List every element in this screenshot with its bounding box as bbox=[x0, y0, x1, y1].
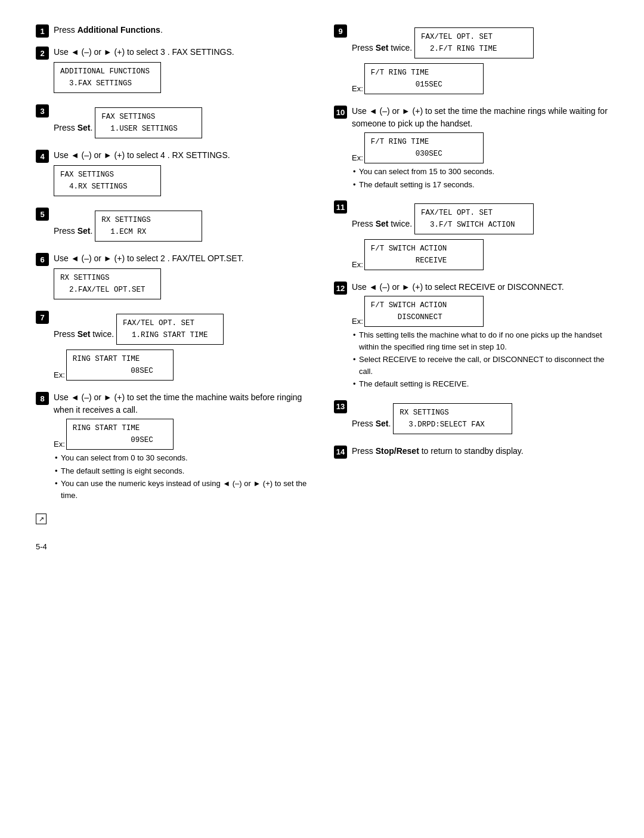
bullet-10-2: The default setting is 17 seconds. bbox=[353, 179, 608, 191]
step-5: 5 Press Set. RX SETTINGS 1.ECM RX bbox=[36, 207, 310, 244]
step-14-bold: Stop/Reset bbox=[376, 446, 419, 456]
step-num-3: 3 bbox=[36, 104, 49, 117]
step-8: 8 Use ◄ (–) or ► (+) to set the time the… bbox=[36, 391, 310, 502]
step-11-ex-lcd: F/T SWITCH ACTION RECEIVE bbox=[364, 239, 484, 270]
bullet-12-1: This setting tells the machine what to d… bbox=[353, 329, 608, 352]
bullet-8-2: The default setting is eight seconds. bbox=[55, 465, 310, 477]
step-num-2: 2 bbox=[36, 47, 49, 60]
step-7-ex-row: Ex: RING START TIME 08SEC bbox=[54, 350, 310, 381]
step-8-ex-lcd: RING START TIME 09SEC bbox=[66, 419, 174, 450]
step-9-ex-label: Ex: bbox=[352, 83, 363, 95]
footnote: ↗ bbox=[36, 513, 310, 524]
step-11-lcd: FAX/TEL OPT. SET 3.F/T SWITCH ACTION bbox=[414, 203, 534, 234]
step-4: 4 Use ◄ (–) or ► (+) to select 4 . RX SE… bbox=[36, 149, 310, 199]
step-5-text: Press Set. RX SETTINGS 1.ECM RX bbox=[54, 207, 310, 244]
step-num-1: 1 bbox=[36, 24, 49, 38]
page-content: 1 Press Additional Functions. 2 Use ◄ (–… bbox=[36, 24, 608, 524]
step-4-lcd: FAX SETTINGS 4.RX SETTINGS bbox=[54, 165, 161, 196]
step-11-ex-row: Ex: F/T SWITCH ACTION RECEIVE bbox=[352, 239, 608, 270]
step-6-text: Use ◄ (–) or ► (+) to select 2 . FAX/TEL… bbox=[54, 252, 310, 302]
bullet-10-1: You can select from 15 to 300 seconds. bbox=[353, 166, 608, 178]
bullet-8-1: You can select from 0 to 30 seconds. bbox=[55, 452, 310, 464]
step-num-5: 5 bbox=[36, 208, 49, 221]
step-7: 7 Press Set twice. FAX/TEL OPT. SET 1.RI… bbox=[36, 310, 310, 383]
step-7-lcd: FAX/TEL OPT. SET 1.RING START TIME bbox=[116, 314, 224, 345]
step-num-11: 11 bbox=[334, 200, 347, 214]
step-9-text: Press Set twice. FAX/TEL OPT. SET 2.F/T … bbox=[352, 24, 608, 97]
step-num-12: 12 bbox=[334, 282, 347, 295]
step-10-ex-lcd: F/T RING TIME 030SEC bbox=[364, 132, 484, 163]
step-9: 9 Press Set twice. FAX/TEL OPT. SET 2.F/… bbox=[334, 24, 608, 97]
step-3: 3 Press Set. FAX SETTINGS 1.USER SETTING… bbox=[36, 104, 310, 141]
step-num-13: 13 bbox=[334, 400, 347, 413]
step-6: 6 Use ◄ (–) or ► (+) to select 2 . FAX/T… bbox=[36, 252, 310, 302]
step-13: 13 Press Set. RX SETTINGS 3.DRPD:SELECT … bbox=[334, 400, 608, 437]
step-12-ex-label: Ex: bbox=[352, 316, 363, 327]
step-7-bold: Set bbox=[78, 329, 91, 339]
step-num-14: 14 bbox=[334, 446, 347, 459]
footnote-icon: ↗ bbox=[36, 514, 47, 524]
step-13-text: Press Set. RX SETTINGS 3.DRPD:SELECT FAX bbox=[352, 400, 608, 437]
step-1-bold: Additional Functions bbox=[78, 25, 160, 35]
right-column: 9 Press Set twice. FAX/TEL OPT. SET 2.F/… bbox=[334, 24, 608, 524]
step-10-bullets: You can select from 15 to 300 seconds. T… bbox=[353, 166, 608, 190]
step-8-ex-label: Ex: bbox=[54, 438, 65, 450]
step-12-ex-row: Ex: F/T SWITCH ACTION DISCONNECT bbox=[352, 296, 608, 327]
page-number: 5-4 bbox=[36, 542, 608, 551]
step-9-bold: Set bbox=[376, 43, 389, 52]
step-14-text: Press Stop/Reset to return to standby di… bbox=[352, 445, 608, 457]
step-2-lcd: ADDITIONAL FUNCTIONS 3.FAX SETTINGS bbox=[54, 62, 161, 93]
step-6-lcd: RX SETTINGS 2.FAX/TEL OPT.SET bbox=[54, 268, 161, 299]
step-8-text: Use ◄ (–) or ► (+) to set the time the m… bbox=[54, 391, 310, 502]
step-12-text: Use ◄ (–) or ► (+) to select RECEIVE or … bbox=[352, 281, 608, 391]
left-column: 1 Press Additional Functions. 2 Use ◄ (–… bbox=[36, 24, 310, 524]
step-num-10: 10 bbox=[334, 106, 347, 119]
step-14: 14 Press Stop/Reset to return to standby… bbox=[334, 445, 608, 459]
step-10-ex-label: Ex: bbox=[352, 152, 363, 164]
step-5-lcd: RX SETTINGS 1.ECM RX bbox=[95, 211, 202, 242]
step-5-bold: Set bbox=[78, 226, 91, 236]
step-9-ex-lcd: F/T RING TIME 015SEC bbox=[364, 63, 484, 94]
step-10-ex-row: Ex: F/T RING TIME 030SEC bbox=[352, 132, 608, 163]
step-12: 12 Use ◄ (–) or ► (+) to select RECEIVE … bbox=[334, 281, 608, 391]
step-3-lcd: FAX SETTINGS 1.USER SETTINGS bbox=[95, 107, 202, 138]
step-11-text: Press Set twice. FAX/TEL OPT. SET 3.F/T … bbox=[352, 200, 608, 273]
step-3-bold: Set bbox=[78, 123, 91, 132]
step-2-text: Use ◄ (–) or ► (+) to select 3 . FAX SET… bbox=[54, 46, 310, 95]
step-1-text: Press Additional Functions. bbox=[54, 24, 310, 36]
step-num-7: 7 bbox=[36, 311, 49, 324]
step-7-ex-lcd: RING START TIME 08SEC bbox=[66, 350, 174, 381]
step-num-6: 6 bbox=[36, 253, 49, 266]
bullet-8-3: You can use the numeric keys instead of … bbox=[55, 478, 310, 501]
step-12-ex-lcd: F/T SWITCH ACTION DISCONNECT bbox=[364, 296, 484, 327]
step-10-text: Use ◄ (–) or ► (+) to set the time the m… bbox=[352, 105, 608, 191]
step-10: 10 Use ◄ (–) or ► (+) to set the time th… bbox=[334, 105, 608, 191]
step-1: 1 Press Additional Functions. bbox=[36, 24, 310, 38]
step-11: 11 Press Set twice. FAX/TEL OPT. SET 3.F… bbox=[334, 200, 608, 273]
step-4-text: Use ◄ (–) or ► (+) to select 4 . RX SETT… bbox=[54, 149, 310, 199]
step-8-ex-row: Ex: RING START TIME 09SEC bbox=[54, 419, 310, 450]
bullet-12-3: The default setting is RECEIVE. bbox=[353, 378, 608, 390]
bullet-12-2: Select RECEIVE to receive the call, or D… bbox=[353, 354, 608, 377]
step-2: 2 Use ◄ (–) or ► (+) to select 3 . FAX S… bbox=[36, 46, 310, 95]
step-12-bullets: This setting tells the machine what to d… bbox=[353, 329, 608, 390]
step-13-lcd: RX SETTINGS 3.DRPD:SELECT FAX bbox=[393, 403, 512, 434]
step-8-bullets: You can select from 0 to 30 seconds. The… bbox=[55, 452, 310, 501]
step-7-text: Press Set twice. FAX/TEL OPT. SET 1.RING… bbox=[54, 310, 310, 383]
step-num-8: 8 bbox=[36, 392, 49, 405]
step-num-4: 4 bbox=[36, 150, 49, 163]
step-9-lcd: FAX/TEL OPT. SET 2.F/T RING TIME bbox=[414, 27, 534, 58]
step-11-bold: Set bbox=[376, 219, 389, 228]
step-9-ex-row: Ex: F/T RING TIME 015SEC bbox=[352, 63, 608, 94]
step-3-text: Press Set. FAX SETTINGS 1.USER SETTINGS bbox=[54, 104, 310, 141]
step-13-bold: Set bbox=[376, 419, 389, 428]
step-11-ex-label: Ex: bbox=[352, 259, 363, 271]
step-num-9: 9 bbox=[334, 24, 347, 38]
step-7-ex-label: Ex: bbox=[54, 369, 65, 381]
